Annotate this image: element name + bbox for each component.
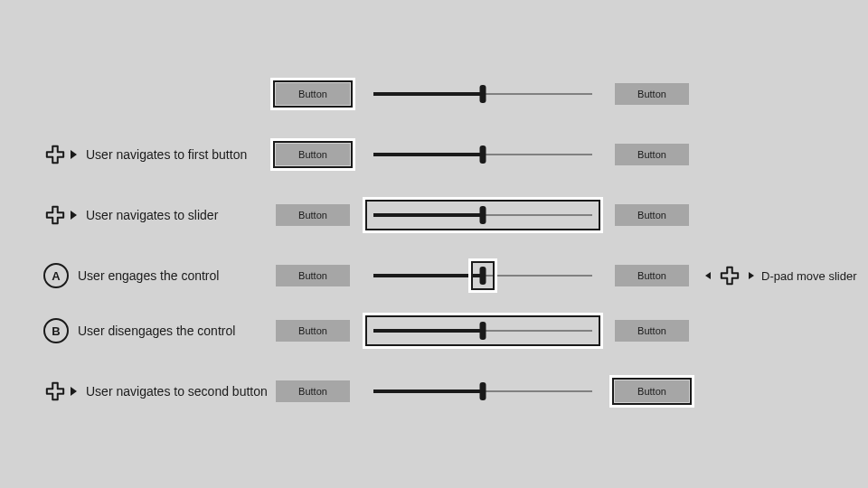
- annotation-text: D-pad move slider: [761, 269, 857, 283]
- row-caption: User navigates to first button: [43, 143, 247, 166]
- dpad-icon: [43, 143, 67, 166]
- diagram-row-3: AUser engages the controlButtonButtonD-p…: [0, 260, 868, 291]
- row-caption: BUser disengages the control: [43, 318, 235, 343]
- button-left[interactable]: Button: [276, 320, 350, 342]
- button-left[interactable]: Button: [276, 204, 350, 226]
- slider-track-filled: [373, 274, 483, 277]
- caption-text: User disengages the control: [78, 324, 235, 338]
- button-left[interactable]: Button: [276, 380, 350, 402]
- button-B-icon: B: [43, 318, 69, 343]
- button-right[interactable]: Button: [615, 83, 689, 105]
- focus-ring: [365, 200, 600, 230]
- row-caption: User navigates to second button: [43, 380, 268, 403]
- button-right[interactable]: Button: [615, 265, 689, 286]
- caption-text: User engages the control: [78, 268, 219, 283]
- focus-ring: [612, 378, 692, 405]
- arrow-right-icon: [71, 150, 77, 159]
- slider[interactable]: [373, 145, 592, 164]
- slider-track-filled: [373, 389, 483, 393]
- focus-ring: [273, 80, 353, 108]
- button-right[interactable]: Button: [615, 144, 689, 165]
- diagram-row-4: BUser disengages the controlButtonButton: [0, 315, 868, 346]
- dpad-icon: [43, 380, 67, 403]
- slider-thumb[interactable]: [480, 145, 486, 164]
- dpad-icon: [43, 203, 67, 227]
- slider-track-empty: [483, 93, 592, 95]
- caption-text: User navigates to slider: [86, 208, 218, 222]
- button-A-icon: A: [43, 263, 69, 288]
- slider[interactable]: [373, 382, 592, 400]
- arrow-left-icon: [705, 272, 711, 279]
- focus-ring: [365, 315, 600, 346]
- slider-track-empty: [483, 154, 592, 155]
- diagram-row-0: ButtonButton: [0, 79, 868, 109]
- slider[interactable]: [373, 85, 592, 103]
- diagram-row-1: User navigates to first buttonButtonButt…: [0, 139, 868, 170]
- focus-ring: [273, 141, 353, 168]
- slider-track-filled: [373, 153, 483, 156]
- slider-track-empty: [483, 390, 592, 392]
- button-left[interactable]: Button: [276, 265, 350, 286]
- focus-ring: [471, 261, 495, 290]
- dpad-icon: [718, 264, 741, 287]
- caption-text: User navigates to second button: [86, 384, 268, 399]
- button-right[interactable]: Button: [615, 320, 689, 342]
- slider-track-empty: [483, 275, 592, 277]
- caption-text: User navigates to first button: [86, 147, 247, 162]
- slider-thumb[interactable]: [480, 85, 486, 103]
- arrow-right-icon: [749, 272, 754, 279]
- row-annotation: D-pad move slider: [705, 264, 857, 287]
- diagram-row-2: User navigates to sliderButtonButton: [0, 200, 868, 230]
- slider-track-filled: [373, 92, 483, 96]
- slider-thumb[interactable]: [480, 382, 486, 400]
- arrow-right-icon: [71, 387, 77, 396]
- row-caption: User navigates to slider: [43, 203, 218, 227]
- arrow-right-icon: [71, 211, 77, 220]
- row-caption: AUser engages the control: [43, 263, 219, 288]
- diagram-row-5: User navigates to second buttonButtonBut…: [0, 376, 868, 407]
- button-right[interactable]: Button: [615, 204, 689, 226]
